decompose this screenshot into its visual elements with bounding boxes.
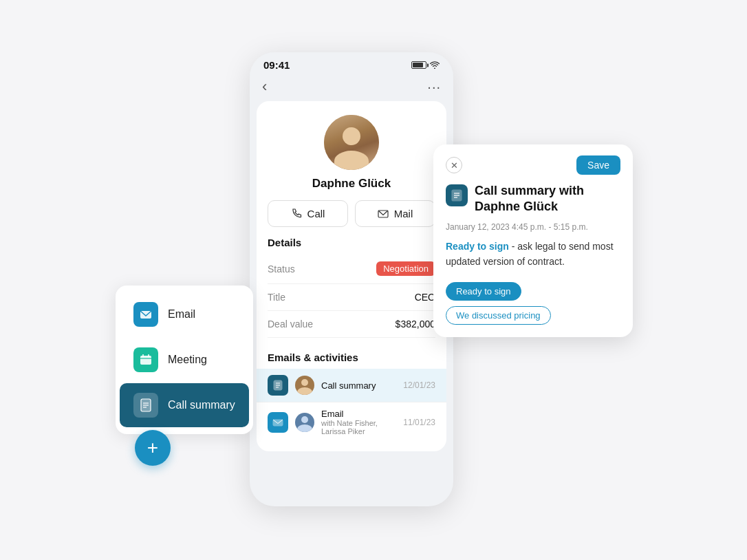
activity-avatar-nate (295, 413, 314, 432)
activity-avatar-daphne (295, 376, 314, 395)
activities-title: Emails & activities (268, 352, 435, 363)
title-value: CEO (415, 292, 435, 303)
add-button[interactable]: + (135, 430, 171, 466)
phone-frame: 09:41 ‹ ··· Daphne Glück (250, 52, 453, 506)
status-bar: 09:41 (250, 52, 453, 75)
avatar-image (324, 115, 379, 170)
card-tags: Ready to sign We discussed pricing (446, 282, 620, 325)
card-title-row: Call summary with Daphne Glück (446, 183, 620, 215)
phone-content: Daphne Glück Call Mail Details Sta (257, 101, 446, 451)
status-label: Status (268, 263, 295, 274)
call-label: Call (307, 208, 325, 219)
activity-callsummary[interactable]: Call summary 12/01/23 (257, 369, 446, 402)
tag-ready-to-sign[interactable]: Ready to sign (446, 282, 521, 301)
card-title: Call summary with Daphne Glück (475, 183, 620, 215)
details-section: Details Status Negotiation Title CEO Dea… (257, 237, 446, 343)
svg-rect-1 (140, 356, 151, 365)
card-header: ✕ Save (446, 155, 620, 175)
contact-avatar-section: Daphne Glück (257, 101, 446, 200)
call-summary-card: ✕ Save Call summary with Daphne Glück Ja… (433, 144, 633, 337)
deal-row: Deal value $382,000 (268, 311, 435, 338)
activity-sub-email: with Nate Fisher, Larissa Piker (321, 419, 396, 435)
more-button[interactable]: ··· (427, 79, 441, 95)
activity-email-icon (268, 412, 288, 433)
card-body: Ready to sign - ask legal to send most u… (446, 239, 620, 270)
contact-actions: Call Mail (257, 200, 446, 237)
battery-icon (411, 61, 426, 69)
back-button[interactable]: ‹ (262, 78, 267, 96)
deal-label: Deal value (268, 319, 313, 330)
status-time: 09:41 (263, 59, 290, 71)
wifi-icon (430, 61, 440, 69)
status-icons (411, 61, 440, 69)
plus-icon: + (147, 438, 158, 457)
call-button[interactable]: Call (268, 200, 348, 227)
activity-email[interactable]: Email with Nate Fisher, Larissa Piker 11… (268, 402, 435, 442)
close-icon: ✕ (451, 160, 458, 171)
title-label: Title (268, 292, 285, 303)
mail-label: Mail (394, 208, 413, 219)
activity-callsummary-icon (268, 375, 288, 396)
sidebar-item-callsummary[interactable]: Call summary (120, 383, 249, 427)
title-row: Title CEO (268, 284, 435, 311)
phone-nav: ‹ ··· (250, 75, 453, 101)
status-badge: Negotiation (376, 261, 435, 276)
email-icon (133, 302, 158, 327)
avatar (324, 115, 379, 170)
callsummary-icon (133, 393, 158, 418)
card-datetime: January 12, 2023 4:45 p.m. - 5:15 p.m. (446, 222, 620, 232)
status-row: Status Negotiation (268, 254, 435, 284)
save-button[interactable]: Save (576, 155, 620, 175)
activity-date-callsummary: 12/01/23 (403, 380, 435, 390)
activity-info-email: Email with Nate Fisher, Larissa Piker (321, 409, 396, 435)
mail-button[interactable]: Mail (355, 200, 435, 227)
tag-discussed-pricing[interactable]: We discussed pricing (446, 306, 551, 325)
sidebar-item-meeting[interactable]: Meeting (120, 338, 249, 382)
close-button[interactable]: ✕ (446, 157, 462, 173)
sidebar-email-label: Email (168, 308, 195, 321)
activity-name-callsummary: Call summary (321, 380, 396, 391)
card-callsummary-icon (446, 184, 468, 206)
sidebar-meeting-label: Meeting (168, 354, 207, 366)
sidebar-item-email[interactable]: Email (120, 292, 249, 336)
activity-date-email: 11/01/23 (403, 418, 435, 427)
deal-value: $382,000 (396, 319, 435, 330)
details-title: Details (268, 237, 435, 248)
activity-name-email: Email (321, 409, 396, 419)
sidebar-callsummary-label: Call summary (168, 399, 235, 411)
card-highlight: Ready to sign (446, 241, 509, 252)
activities-section: Emails & activities Call summary 12/01/2… (257, 343, 446, 444)
meeting-icon (133, 347, 158, 372)
sidebar: Email Meeting Call summary (116, 286, 253, 434)
activity-info-callsummary: Call summary (321, 380, 396, 391)
contact-name: Daphne Glück (312, 177, 391, 191)
